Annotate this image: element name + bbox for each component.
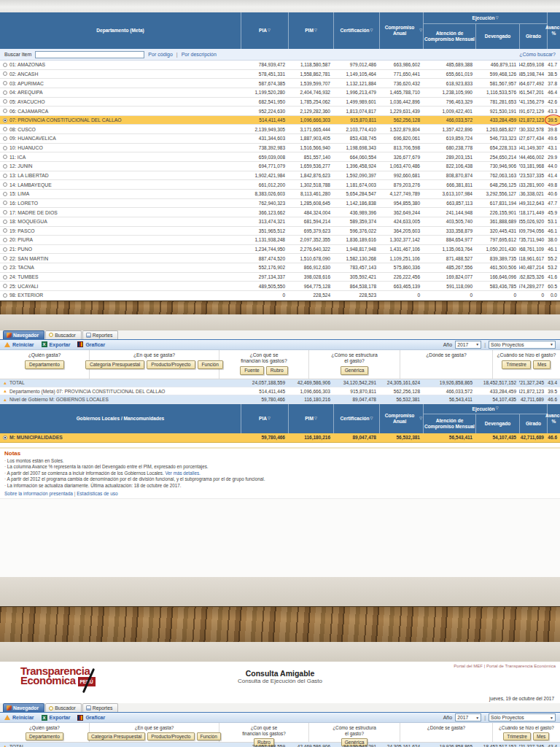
col-header-certificacion: Certificación▽ [333,404,379,433]
year-select[interactable]: 2017▼ [455,341,481,349]
summary-row-label: Departamento (Meta) 07: PROVINCIA CONSTI… [9,389,166,394]
query-button-mes[interactable]: Mes [533,732,549,740]
usage-statistics-link[interactable]: Estadísticas de uso [77,491,117,496]
row-radio[interactable] [3,174,7,178]
toolbar-graficar-button[interactable]: Graficar [77,341,105,347]
sort-icon[interactable]: ▽ [314,28,317,33]
row-label-cell: 21: PUNO [0,245,241,254]
value-cell: 24,305,161,624 [379,379,423,387]
tab-buscador[interactable]: Buscador [45,330,82,339]
search-by-description-link[interactable]: Por descripción [182,52,217,57]
toolbar-button-label: Exportar [50,342,71,347]
search-by-code-link[interactable]: Por código [148,52,172,57]
row-radio[interactable] [3,164,7,169]
value-cell: 575,860,336 [379,263,423,272]
row-radio[interactable] [3,109,7,113]
query-button-trimestre[interactable]: Trimestre [503,732,531,740]
scope-select[interactable]: Sólo Proyectos▼ [489,713,556,721]
row-radio[interactable] [3,266,7,270]
query-button-rubro[interactable]: Rubro [266,366,288,375]
row-radio[interactable] [3,293,7,298]
sort-icon[interactable]: ▽ [268,417,271,421]
query-button-departamento[interactable]: Departamento [25,360,64,369]
tab-navegador[interactable]: Navegador [3,703,44,712]
portal-mef-link[interactable]: Portal del MEF [454,664,483,668]
query-button-gene-rica[interactable]: Genérica [341,366,369,375]
row-label: 20: PIURA [9,237,33,242]
row-radio[interactable] [3,155,7,159]
how-to-search-link[interactable]: ¿Cómo buscar? [519,52,556,57]
row-radio[interactable] [3,118,7,123]
value-cell: 484,324,004 [288,208,333,217]
sort-icon[interactable]: ▽ [314,417,317,421]
row-radio[interactable] [3,275,7,279]
row-radio[interactable] [3,99,7,104]
query-question: ¿En qué se gasta? [133,352,175,358]
row-radio[interactable] [3,90,7,95]
row-radio[interactable] [3,201,7,205]
expand-triangle-icon[interactable]: ▲ [3,381,7,385]
sort-icon[interactable]: ▽ [370,28,373,33]
row-radio[interactable] [3,247,7,252]
row-radio[interactable] [3,81,7,85]
query-button-fuente[interactable]: Fuente [240,366,264,375]
row-radio[interactable] [3,192,7,196]
row-radio[interactable] [3,256,7,260]
query-button-producto-proyecto[interactable]: Producto/Proyecto [147,360,195,369]
toolbar-exportar-button[interactable]: XExportar [42,715,71,721]
query-button-categori-a-presupuestal[interactable]: Categoría Presupuestal [85,360,144,369]
toolbar-reiniciar-button[interactable]: Reiniciar [4,342,34,347]
toolbar-reiniciar-button[interactable]: Reiniciar [4,715,34,720]
sort-icon[interactable]: ▽ [496,406,499,411]
tab-buscador[interactable]: Buscador [45,703,82,712]
expand-triangle-icon[interactable]: ▲ [3,389,7,393]
row-radio[interactable] [3,220,7,224]
consulta-amigable-page: Transparencia EconómicaPERÚ Consulta Ami… [0,662,560,747]
row-radio[interactable] [3,146,7,150]
row-radio[interactable] [3,182,7,187]
sort-icon[interactable]: ▽ [268,28,271,33]
query-button-categori-a-presupuestal[interactable]: Categoría Presupuestal [88,732,145,740]
query-group-quie-n-gasta: ¿Quién gasta?Departamento [0,350,90,379]
query-button-mes[interactable]: Mes [533,360,551,369]
row-radio[interactable] [3,210,7,214]
query-button-producto-proyecto[interactable]: Producto/Proyecto [147,732,194,740]
row-radio[interactable] [3,127,7,131]
query-buttons: TrimestreMes [503,732,549,740]
row-label: 03: APURIMAC [9,81,44,86]
toolbar-graficar-button[interactable]: Graficar [77,715,105,721]
tab-reportes[interactable]: Reportes [82,330,119,339]
row-radio[interactable] [3,284,7,288]
value-cell: 887,474,520 [241,254,288,263]
sort-icon[interactable]: ▽ [496,16,499,20]
expand-triangle-icon[interactable]: ▲ [3,744,7,747]
portal-transparencia-link[interactable]: Portal de Transparencia Económica [486,664,556,668]
value-cell: 1,785,254,062 [288,98,333,107]
table-row: 10: HUANUCO738,392,9831,516,566,9401,198… [0,144,560,153]
expand-triangle-icon[interactable]: ▲ [3,398,7,402]
note-details-link[interactable]: Ver más detalles. [166,471,201,476]
year-value: 2017 [457,715,468,720]
row-radio[interactable] [3,136,7,141]
sort-icon[interactable]: ▽ [419,417,422,421]
reports-icon [86,333,91,338]
toolbar-exportar-button[interactable]: XExportar [42,341,71,347]
search-input[interactable] [35,51,144,58]
tab-reportes[interactable]: Reportes [82,703,119,712]
sort-icon[interactable]: ▽ [419,28,422,33]
row-radio[interactable] [3,63,7,67]
scope-select[interactable]: Sólo Proyectos▼ [489,341,556,349]
query-button-trimestre[interactable]: Trimestre [502,360,531,369]
row-radio[interactable] [3,238,7,242]
value-cell: 24,057,188,559 [241,379,288,387]
sort-icon[interactable]: ▽ [370,417,373,421]
row-radio[interactable] [3,228,7,233]
about-information-link[interactable]: Sobre la información presentada [4,491,73,496]
row-radio[interactable] [3,436,7,440]
year-select[interactable]: 2017▼ [455,713,481,721]
value-cell: 1,522,879,804 [379,125,423,133]
tab-navegador[interactable]: Navegador [3,330,44,339]
query-button-departamento[interactable]: Departamento [26,732,63,740]
row-radio[interactable] [3,71,7,76]
query-button-funcio-n[interactable]: Función [197,732,221,740]
